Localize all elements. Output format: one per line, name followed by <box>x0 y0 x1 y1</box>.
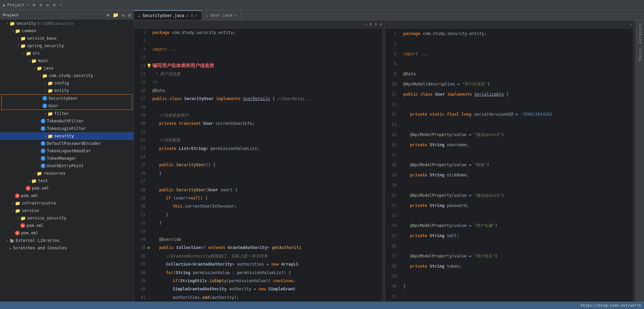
code-cell[interactable]: private String nickName; <box>403 170 633 180</box>
code-cell[interactable]: public SecurityUser(User user) { <box>152 186 382 194</box>
scrollbar-v-1[interactable] <box>382 28 385 302</box>
sidebar-item-src[interactable]: 📁 src <box>0 50 134 57</box>
code-cell[interactable]: import ... <box>403 49 633 59</box>
code-cell[interactable]: if(StringUtils.isEmpty(permissionValue))… <box>152 277 382 285</box>
code-cell[interactable]: SimpleGrantedAuthority authority = new S… <box>152 285 382 293</box>
code-cell[interactable] <box>403 39 633 49</box>
code-cell[interactable] <box>152 103 382 111</box>
sidebar-item-scratches[interactable]: ✏ Scratches and Consoles <box>0 244 134 252</box>
scrollbar-v-2[interactable] <box>633 28 636 302</box>
nav-down-icon[interactable]: ∨ <box>380 22 382 26</box>
project-dropdown-icon[interactable]: ▾ <box>26 3 29 7</box>
sidebar-item-security-user[interactable]: C SecurityUser <box>2 95 132 102</box>
nav-up-icon[interactable]: ∧ <box>375 22 377 26</box>
code-cell[interactable] <box>403 119 633 130</box>
code-cell[interactable]: public class User implements Serializabl… <box>403 89 633 99</box>
settings-icon[interactable]: ⚙ <box>53 2 56 7</box>
code-cell[interactable]: @Data <box>152 86 382 95</box>
code-cell[interactable] <box>152 37 382 45</box>
code-cell[interactable] <box>152 53 382 61</box>
sidebar-item-entity[interactable]: 📁 entity <box>0 87 134 94</box>
code-cell[interactable]: //当前登录用户 <box>152 111 382 119</box>
sidebar-item-security-root[interactable]: 📁 security D:\CODE\security <box>0 20 134 27</box>
sidebar-item-spring-security[interactable]: 📁 spring_security <box>0 42 134 50</box>
code-cell[interactable]: @ApiModelProperty(value = "用户签名") <box>403 251 633 261</box>
sidebar-item-filter[interactable]: 📁 filter <box>0 110 134 117</box>
sidebar-icon-1[interactable]: ⊕ <box>107 12 109 18</box>
sidebar-item-pom-common[interactable]: m pom.xml <box>0 192 134 199</box>
code-cell[interactable]: } <box>152 169 382 177</box>
code-cell[interactable] <box>403 150 633 160</box>
sidebar-item-token-logout-handler[interactable]: C TokenLogoutHandler <box>0 147 134 155</box>
add-icon[interactable]: ⊕ <box>33 2 35 7</box>
code-cell[interactable]: @ApiModelProperty(value = "微信openid") <box>403 130 633 140</box>
sidebar-item-service-security[interactable]: 📁 service_security <box>0 214 134 222</box>
code-cell[interactable] <box>152 153 382 161</box>
tab-close-security-user[interactable]: × <box>195 13 197 18</box>
sidebar-item-resources[interactable]: 📁 resources <box>0 170 134 177</box>
code-cell[interactable]: import ... <box>152 45 382 53</box>
sidebar-item-token-manager[interactable]: C TokenManager <box>0 155 134 162</box>
code-cell[interactable]: @ApiModelProperty(value = "昵称") <box>403 160 633 170</box>
code-cell[interactable]: private String password; <box>403 200 633 211</box>
sidebar-item-unath-entry-point[interactable]: C UnathEntryPoint <box>0 162 134 170</box>
code-cell[interactable]: for(String permissionValue : permissionV… <box>152 268 382 276</box>
minimize-icon[interactable]: − <box>60 2 62 7</box>
code-cell[interactable]: @Override <box>152 235 382 244</box>
tab-user[interactable]: ☕ User.java × <box>202 10 241 20</box>
code-cell[interactable]: //GrantedAuthority权限接口, 实际上是一串字符串 <box>152 252 382 260</box>
code-cell[interactable] <box>152 177 382 186</box>
sidebar-item-pom-spring[interactable]: m pom.xml <box>0 185 134 192</box>
code-cell[interactable]: Collection<GrantedAuthority> authorities… <box>152 260 382 268</box>
code-cell[interactable]: authorities.add(authority); <box>152 293 382 302</box>
code-cell[interactable]: @ApiModelProperty(value = "微信openid") <box>403 190 633 200</box>
code-cell[interactable]: } <box>152 211 382 219</box>
sidebar-item-service[interactable]: 📁 service <box>0 207 134 214</box>
code-cell[interactable]: } <box>152 219 382 227</box>
code-cell[interactable]: package com.study.security.entity; <box>152 28 382 37</box>
sidebar-item-default-pw-encoder[interactable]: C DefaultPasswordEncoder <box>0 140 134 147</box>
code-cell[interactable] <box>152 128 382 136</box>
sidebar-icon-2[interactable]: 📁 <box>113 12 118 18</box>
code-cell[interactable]: this.currentUserInfo=user; <box>152 202 382 210</box>
sidebar-item-token-login-filter[interactable]: C TokenLoginFilter <box>0 125 134 132</box>
tab-security-user[interactable]: ☕ SecurityUser.java ⚠ 1 × <box>134 10 202 20</box>
code-cell[interactable]: private transient User currentUserInfo; <box>152 119 382 128</box>
sync-icon[interactable]: ⇌ <box>46 2 49 7</box>
code-cell[interactable]: @Data <box>403 69 633 79</box>
code-cell[interactable]: public Collection<? extends GrantedAutho… <box>152 244 382 252</box>
sidebar-item-external-libs[interactable]: 📚 External Libraries <box>0 237 134 244</box>
sidebar-item-common[interactable]: 📁 common <box>0 27 134 35</box>
sidebar-item-security-pkg[interactable]: 📁 security <box>0 132 134 140</box>
sidebar-item-pom-service[interactable]: m pom.xml <box>0 222 134 229</box>
code-cell[interactable] <box>403 271 633 282</box>
code-cell[interactable] <box>403 211 633 221</box>
code-cell[interactable]: //当前权限 <box>152 136 382 144</box>
code-cell[interactable]: public SecurityUser() { <box>152 161 382 169</box>
code-cell[interactable] <box>403 180 633 190</box>
code-cell[interactable]: private String username; <box>403 140 633 150</box>
code-cell[interactable]: @ApiModelProperty(value = "用户头像") <box>403 220 633 231</box>
code-cell[interactable]: */ <box>152 78 382 86</box>
code-cell[interactable]: if (user!=null) { <box>152 194 382 202</box>
sidebar-item-token-auth-filter[interactable]: C TokenAuthFilter <box>0 117 134 125</box>
sidebar-icon-3[interactable]: ↻ <box>122 12 125 18</box>
code-cell[interactable]: private List<String> permissionValueList… <box>152 144 382 152</box>
sidebar-item-java[interactable]: 📁 java <box>0 64 134 72</box>
sidebar-item-infrastrucutre[interactable]: 📁 infrastrucutre <box>0 199 134 207</box>
code-cell[interactable]: private static final long serialVersionU… <box>403 110 633 120</box>
code-cell-title[interactable]: 编写用户实体类和用户信息类 <box>152 62 382 70</box>
sidebar-item-user[interactable]: C User <box>2 102 132 110</box>
list-icon[interactable]: ≡ <box>39 2 42 7</box>
sidebar-item-main[interactable]: 📁 main <box>0 57 134 64</box>
sidebar-item-com-study-security[interactable]: 📁 com.study.security <box>0 72 134 79</box>
code-cell[interactable] <box>403 99 633 110</box>
sidebar-icon-4[interactable]: ⚙ <box>128 12 131 18</box>
code-cell[interactable]: } <box>403 281 633 291</box>
code-cell[interactable] <box>152 227 382 235</box>
code-cell[interactable]: private String token; <box>403 261 633 271</box>
sidebar-header-icons[interactable]: ⊕ 📁 ↻ ⚙ <box>107 12 131 18</box>
code-cell[interactable] <box>403 291 633 302</box>
sidebar-item-test[interactable]: 📁 test <box>0 177 134 185</box>
code-cell[interactable]: private String salt; <box>403 231 633 241</box>
